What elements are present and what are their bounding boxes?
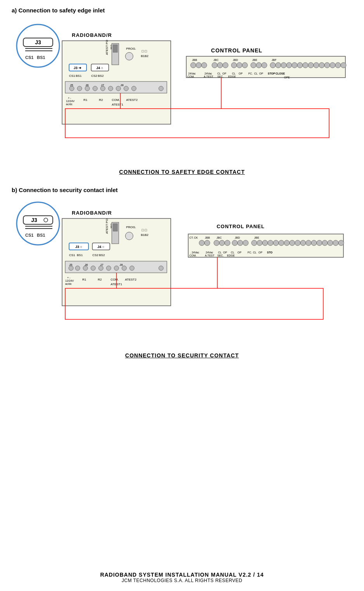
svg-text:JBD: JBD (235, 236, 240, 239)
svg-point-53 (201, 62, 207, 68)
svg-point-36 (116, 86, 121, 91)
svg-point-34 (101, 86, 105, 91)
svg-text:R2: R2 (98, 278, 102, 281)
svg-text:+ -: + - (68, 97, 71, 99)
svg-text:J3: J3 (35, 39, 41, 45)
svg-text:R1: R1 (83, 98, 88, 102)
svg-text:JBB: JBB (192, 59, 197, 61)
section-b-caption: CONNECTION TO SECURITY CONTACT (12, 352, 352, 359)
svg-text:COM.: COM. (112, 98, 120, 102)
svg-text:ATEST2: ATEST2 (126, 98, 138, 102)
svg-point-135 (99, 266, 103, 270)
svg-point-72 (297, 62, 303, 68)
svg-point-14 (125, 52, 133, 60)
svg-text:CL: CL (218, 251, 222, 254)
svg-point-174 (300, 240, 306, 246)
svg-point-71 (292, 62, 297, 68)
svg-point-134 (91, 266, 95, 270)
svg-point-67 (270, 62, 276, 68)
svg-point-137 (114, 266, 119, 270)
diagram-b: J3 CS1 BS1 RADIOBAND/R ATEST PO JP2 PROG… (12, 197, 353, 348)
svg-point-155 (205, 240, 210, 246)
svg-point-181 (338, 240, 344, 246)
svg-point-158 (219, 240, 225, 246)
svg-point-176 (311, 240, 317, 246)
svg-text:□ □: □ □ (142, 228, 147, 232)
svg-point-55 (212, 62, 217, 68)
svg-point-179 (328, 240, 333, 246)
svg-text:J3: J3 (31, 217, 37, 223)
svg-point-133 (83, 266, 88, 270)
svg-text:ATEST2: ATEST2 (125, 278, 137, 281)
svg-text:□ □: □ □ (142, 49, 147, 53)
svg-text:COM.: COM. (189, 254, 196, 257)
svg-text:CK: CK (194, 236, 198, 239)
section-a-caption: CONNECTION TO SAFETY EDGE CONTACT (12, 169, 352, 175)
svg-point-32 (85, 86, 90, 91)
svg-text:EDGE: EDGE (227, 254, 235, 257)
svg-text:12/24V: 12/24V (66, 100, 75, 102)
svg-text:OP: OP (259, 72, 263, 75)
svg-point-132 (75, 266, 80, 270)
svg-text:J3 ○: J3 ○ (75, 245, 82, 249)
svg-point-178 (322, 240, 328, 246)
svg-point-61 (242, 62, 248, 68)
svg-point-139 (130, 266, 134, 270)
footer-line1: RADIOBAND SYSTEM INSTALLATION MANUAL V2.… (0, 572, 364, 578)
svg-text:J8: J8 (120, 263, 123, 267)
svg-text:PROG.: PROG. (126, 225, 136, 229)
svg-text:J4 ○: J4 ○ (97, 245, 104, 249)
svg-text:PROG.: PROG. (126, 47, 136, 50)
svg-text:BS1: BS1 (37, 55, 45, 60)
svg-text:FC.: FC. (248, 251, 252, 254)
section-b-title: b) Connection to security contact inlet (12, 187, 352, 193)
svg-text:JBC: JBC (217, 236, 222, 239)
svg-text:OP: OP (258, 251, 262, 254)
svg-text:CT.: CT. (189, 236, 194, 239)
svg-point-39 (159, 86, 163, 91)
svg-point-180 (333, 240, 338, 246)
svg-text:J3 ➜: J3 ➜ (74, 66, 82, 70)
svg-text:CL: CL (254, 72, 258, 75)
svg-text:JBE: JBE (252, 59, 257, 61)
svg-rect-12 (113, 45, 118, 52)
svg-point-51 (191, 62, 196, 68)
svg-text:ac/dc: ac/dc (65, 283, 72, 285)
svg-point-165 (251, 240, 257, 246)
svg-text:CS1: CS1 (25, 55, 33, 60)
svg-text:OP: OP (223, 251, 227, 254)
svg-point-74 (308, 62, 314, 68)
svg-text:CONTROL PANEL: CONTROL PANEL (217, 224, 265, 229)
svg-point-166 (257, 240, 262, 246)
svg-text:BS1: BS1 (37, 233, 45, 237)
svg-text:COM.: COM. (111, 278, 119, 281)
diagram-a-svg: J3 CS1 BS1 RADIOBAND/R ATEST PO JP2 PROG… (12, 17, 353, 165)
svg-text:CS1: CS1 (25, 233, 33, 237)
svg-text:J8: J8 (120, 83, 124, 87)
svg-point-157 (214, 240, 219, 246)
svg-point-177 (317, 240, 322, 246)
svg-point-38 (132, 86, 136, 91)
svg-text:CS1: CS1 (69, 253, 75, 257)
svg-text:JBD: JBD (233, 59, 238, 61)
svg-text:CLOSE: CLOSE (276, 72, 285, 75)
svg-point-76 (319, 62, 324, 68)
page: a) Connection to safety edge inlet J3 CS… (0, 0, 364, 591)
svg-point-70 (286, 62, 292, 68)
svg-rect-101 (23, 216, 53, 224)
svg-point-173 (295, 240, 300, 246)
svg-text:BS2: BS2 (98, 74, 104, 78)
svg-text:COM.: COM. (187, 75, 194, 78)
svg-point-169 (273, 240, 279, 246)
svg-point-175 (306, 240, 311, 246)
svg-point-75 (314, 62, 319, 68)
svg-point-80 (341, 62, 346, 68)
svg-point-63 (251, 62, 256, 68)
svg-text:OP: OP (237, 251, 241, 254)
svg-text:JBC: JBC (213, 59, 218, 61)
svg-text:JBB: JBB (205, 236, 210, 239)
svg-text:ATEST PO: ATEST PO (105, 219, 109, 234)
svg-point-115 (125, 232, 133, 240)
svg-text:24Vac: 24Vac (188, 72, 196, 75)
footer: RADIOBAND SYSTEM INSTALLATION MANUAL V2.… (0, 572, 364, 583)
